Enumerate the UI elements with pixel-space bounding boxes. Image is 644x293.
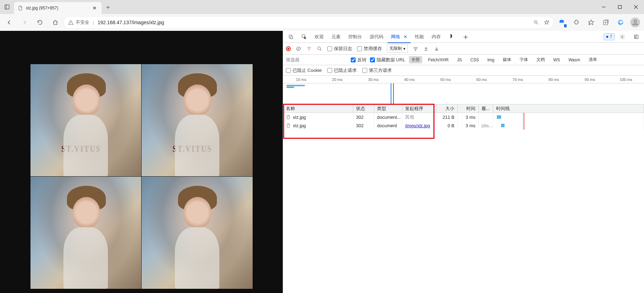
- file-icon: [286, 115, 291, 120]
- search-icon[interactable]: [317, 46, 322, 52]
- filter-css[interactable]: CSS: [468, 57, 481, 63]
- zoom-out-icon[interactable]: [533, 20, 539, 25]
- refresh-button[interactable]: [33, 15, 47, 29]
- col-size[interactable]: 大小: [437, 104, 458, 113]
- collections-icon[interactable]: [599, 16, 612, 29]
- image-content: ST.VITUS ST.VITUS: [30, 64, 253, 289]
- main-content: ST.VITUS ST.VITUS 欢迎 元素 控制台 源代码 网络✕ 性能 内…: [0, 31, 644, 293]
- network-table-header: 名称 状态 类型 发起程序 大小 时间 履... 时间线: [283, 104, 644, 113]
- tab-actions-icon[interactable]: [0, 0, 14, 14]
- settings-icon[interactable]: [616, 31, 629, 43]
- network-table-body: xlz.jpg 302 document... 其他 211 B 3 ms xl…: [283, 113, 644, 293]
- address-bar: 不安全 | 192.168.47.137/images/xlz.jpg !: [0, 14, 644, 31]
- network-blocked-filters: 已阻止 Cookie 已阻止请求 第三方请求: [283, 65, 644, 76]
- security-warning-icon[interactable]: 不安全: [68, 19, 89, 26]
- third-party-checkbox[interactable]: 第三方请求: [362, 67, 392, 74]
- url-text: 192.168.47.137/images/xlz.jpg: [97, 20, 530, 25]
- blocked-requests-checkbox[interactable]: 已阻止请求: [327, 67, 357, 74]
- shopping-icon[interactable]: !: [555, 16, 568, 29]
- disable-cache-checkbox[interactable]: 禁用缓存: [357, 46, 382, 52]
- maximize-button[interactable]: [612, 0, 628, 14]
- profile-button[interactable]: [629, 16, 642, 29]
- timeline-ruler[interactable]: 10 ms20 ms30 ms40 ms50 ms60 ms70 ms80 ms…: [283, 76, 644, 83]
- filter-ws[interactable]: WS: [551, 57, 562, 63]
- filter-manifest[interactable]: 清单: [586, 56, 600, 63]
- favorite-icon[interactable]: [544, 20, 549, 25]
- tab-console[interactable]: 控制台: [345, 31, 365, 43]
- window-titlebar: xlz.jpg (957×957) ✕ ＋: [0, 0, 644, 14]
- col-time[interactable]: 时间: [458, 104, 479, 113]
- tab-title: xlz.jpg (957×957): [26, 6, 91, 11]
- file-icon: [286, 123, 291, 128]
- invert-checkbox[interactable]: 反转: [351, 57, 366, 63]
- svg-rect-0: [5, 5, 9, 9]
- file-icon: [18, 5, 23, 11]
- col-initiator[interactable]: 发起程序: [402, 104, 437, 113]
- preserve-log-checkbox[interactable]: 保留日志: [327, 46, 352, 52]
- browser-tab[interactable]: xlz.jpg (957×957) ✕: [14, 2, 102, 14]
- table-row[interactable]: xlz.jpg 302 document /imgs/xlz.jpg 0 B 3…: [283, 121, 644, 130]
- network-conditions-icon[interactable]: [413, 46, 418, 52]
- minimize-button[interactable]: [596, 0, 612, 14]
- home-button[interactable]: [48, 15, 62, 29]
- ie-mode-icon[interactable]: [614, 16, 627, 29]
- blocked-cookies-checkbox[interactable]: 已阻止 Cookie: [286, 67, 322, 74]
- svg-point-2: [70, 23, 71, 24]
- filter-media[interactable]: 媒体: [500, 56, 514, 63]
- tab-sources[interactable]: 源代码: [366, 31, 387, 43]
- filter-wasm[interactable]: Wasm: [566, 57, 583, 63]
- tab-performance[interactable]: 性能: [411, 31, 427, 43]
- tab-welcome[interactable]: 欢迎: [311, 31, 327, 43]
- more-tabs-button[interactable]: [445, 31, 458, 43]
- divider: |: [93, 20, 94, 25]
- table-row[interactable]: xlz.jpg 302 document... 其他 211 B 3 ms: [283, 113, 644, 121]
- close-window-button[interactable]: [628, 0, 644, 14]
- svg-point-10: [622, 36, 623, 38]
- forward-button[interactable]: [18, 15, 32, 29]
- svg-point-16: [318, 47, 321, 49]
- url-input[interactable]: 不安全 | 192.168.47.137/images/xlz.jpg: [64, 16, 554, 28]
- device-toggle-icon[interactable]: [285, 31, 297, 43]
- issues-badge[interactable]: 7: [604, 33, 615, 40]
- filter-fetch[interactable]: Fetch/XHR: [426, 57, 451, 63]
- export-icon[interactable]: [434, 46, 439, 52]
- back-button[interactable]: [2, 15, 16, 29]
- svg-point-13: [635, 36, 636, 37]
- col-type[interactable]: 类型: [374, 104, 402, 113]
- filter-font[interactable]: 字体: [517, 56, 530, 63]
- svg-point-6: [634, 20, 637, 22]
- devtools-panel: 欢迎 元素 控制台 源代码 网络✕ 性能 内存 ＋ 7 保留日志 禁用缓存 无限…: [283, 31, 644, 293]
- favorites-bar-icon[interactable]: [584, 16, 598, 29]
- svg-point-17: [415, 50, 416, 50]
- import-icon[interactable]: [423, 46, 429, 52]
- initiator-link[interactable]: /imgs/xlz.jpg: [405, 123, 430, 128]
- dock-icon[interactable]: [630, 31, 643, 43]
- filter-all[interactable]: 全部: [409, 56, 422, 63]
- record-button[interactable]: [286, 46, 291, 51]
- network-filters: 反转 隐藏数据 URL 全部 Fetch/XHR JS CSS Img 媒体 字…: [283, 55, 644, 65]
- throttle-select[interactable]: 无限制▾: [387, 45, 408, 53]
- close-tab-button[interactable]: ✕: [91, 5, 98, 12]
- inspect-icon[interactable]: [298, 31, 310, 43]
- col-fulfilled[interactable]: 履...: [479, 104, 493, 113]
- hide-data-url-checkbox[interactable]: 隐藏数据 URL: [370, 57, 405, 63]
- filter-img[interactable]: Img: [485, 57, 497, 63]
- filter-doc[interactable]: 文档: [534, 56, 547, 63]
- tab-memory[interactable]: 内存: [428, 31, 444, 43]
- tab-elements[interactable]: 元素: [328, 31, 344, 43]
- filter-toggle-icon[interactable]: [306, 46, 312, 52]
- extension-icon[interactable]: [570, 16, 583, 29]
- new-tab-button[interactable]: ＋: [102, 1, 114, 13]
- svg-rect-1: [618, 6, 622, 9]
- col-status[interactable]: 状态: [353, 104, 374, 113]
- filter-input[interactable]: [286, 56, 347, 64]
- col-waterfall[interactable]: 时间线: [493, 104, 644, 113]
- tab-network[interactable]: 网络✕: [388, 31, 411, 43]
- filter-js[interactable]: JS: [454, 57, 464, 63]
- add-tab-button[interactable]: ＋: [458, 31, 473, 43]
- col-name[interactable]: 名称: [283, 104, 353, 113]
- image-viewport[interactable]: ST.VITUS ST.VITUS: [0, 31, 283, 293]
- timeline-overview[interactable]: [283, 83, 644, 104]
- clear-icon[interactable]: [296, 46, 301, 52]
- svg-point-12: [635, 35, 636, 36]
